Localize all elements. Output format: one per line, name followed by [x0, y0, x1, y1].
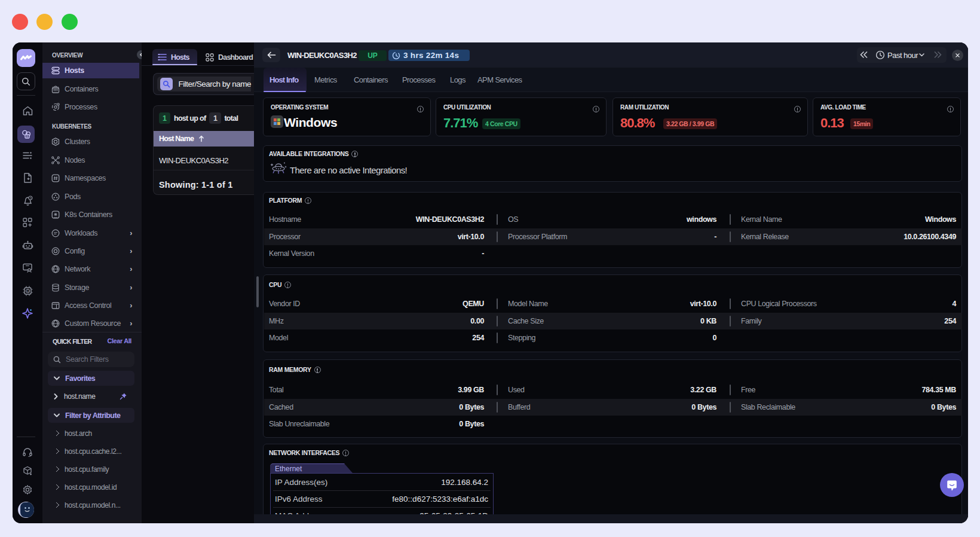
svg-text:1: 1	[26, 289, 28, 292]
